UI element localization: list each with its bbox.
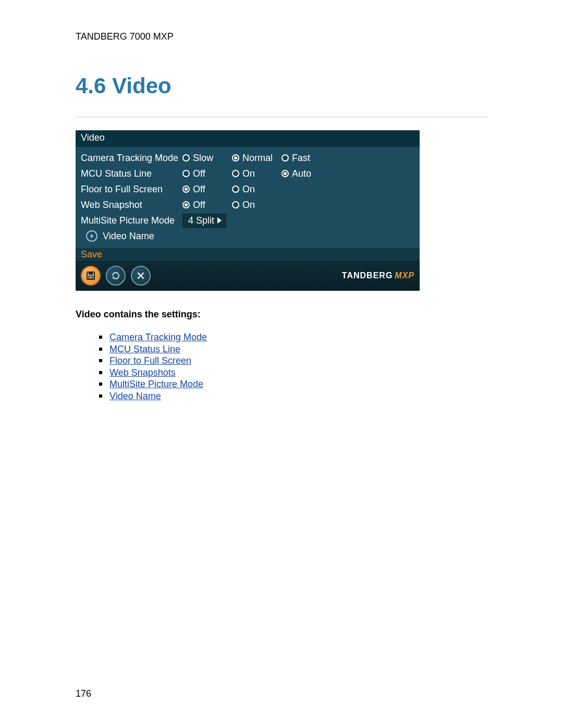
opt-label: Off [193,184,205,195]
link-floor-full[interactable]: Floor to Full Screen [109,355,191,366]
section-heading: 4.6 Video [76,73,487,98]
save-button[interactable] [81,266,101,286]
video-settings-panel: Video Camera Tracking Mode Slow Normal F… [76,130,420,291]
document-header: TANDBERG 7000 MXP [76,31,487,42]
close-button[interactable] [131,266,151,286]
list-item: Floor to Full Screen [99,355,487,367]
radio-icon [232,154,239,162]
opt-snapshot-on[interactable]: On [232,200,282,211]
brand-name: TANDBERG [342,271,393,280]
video-name-submenu[interactable]: Video Name [81,228,414,245]
opt-label: On [242,168,255,179]
label-floor-full: Floor to Full Screen [81,184,182,195]
panel-title: Video [76,130,420,147]
link-multisite[interactable]: MultiSite Picture Mode [109,379,203,389]
chevron-right-icon [217,217,222,224]
radio-icon [182,170,190,177]
opt-mcu-on[interactable]: On [232,168,282,179]
row-web-snapshot: Web Snapshot Off On [81,197,414,213]
list-item: Video Name [99,390,487,402]
radio-icon [232,201,239,208]
link-web-snapshots[interactable]: Web Snapshots [109,367,176,378]
opt-floor-off[interactable]: Off [182,184,232,195]
list-item: MCU Status Line [99,343,487,355]
radio-icon [282,154,289,162]
save-label: Save [76,248,420,261]
link-video-name[interactable]: Video Name [109,391,161,401]
label-web-snapshot: Web Snapshot [81,200,182,211]
opt-label: Off [193,200,205,211]
refresh-button[interactable] [106,266,126,286]
submenu-label: Video Name [103,231,154,242]
radio-icon [182,186,190,193]
row-multisite: MultiSite Picture Mode 4 Split [81,213,414,228]
close-icon [137,272,145,280]
opt-camera-slow[interactable]: Slow [182,153,232,164]
opt-label: On [242,200,255,211]
panel-footer: TANDBERG MXP [76,261,420,291]
opt-mcu-off[interactable]: Off [182,168,232,179]
opt-label: Off [193,168,205,179]
list-item: Web Snapshots [99,367,487,379]
opt-label: Fast [292,153,310,164]
label-mcu-status: MCU Status Line [81,168,182,179]
svg-rect-2 [89,276,93,279]
page-number: 176 [76,688,91,699]
radio-icon [232,170,239,177]
opt-floor-on[interactable]: On [232,184,282,195]
link-camera-tracking[interactable]: Camera Tracking Mode [109,332,207,342]
opt-mcu-auto[interactable]: Auto [282,168,331,179]
row-camera-tracking: Camera Tracking Mode Slow Normal Fast [81,150,414,166]
divider [76,117,487,117]
brand-logo: TANDBERG MXP [342,271,414,280]
svg-rect-1 [89,272,93,275]
radio-icon [182,154,190,162]
opt-label: Slow [193,153,213,164]
dropdown-value: 4 Split [188,215,214,226]
opt-label: On [242,184,255,195]
panel-body: Camera Tracking Mode Slow Normal Fast MC… [76,147,420,248]
list-item: MultiSite Picture Mode [99,378,487,390]
radio-icon [282,170,289,177]
settings-list: Camera Tracking Mode MCU Status Line Flo… [76,331,487,402]
opt-camera-normal[interactable]: Normal [232,153,282,164]
refresh-icon [111,270,121,281]
multisite-dropdown[interactable]: 4 Split [182,214,226,228]
row-floor-full: Floor to Full Screen Off On [81,181,414,197]
row-mcu-status: MCU Status Line Off On Auto [81,166,414,181]
list-item: Camera Tracking Mode [99,331,487,343]
save-icon [86,271,95,280]
arrow-circle-icon [86,230,97,242]
label-multisite: MultiSite Picture Mode [81,215,182,226]
brand-suffix: MXP [395,271,414,280]
radio-icon [232,186,239,193]
opt-camera-fast[interactable]: Fast [282,153,331,164]
settings-list-header: Video contains the settings: [76,309,487,320]
opt-snapshot-off[interactable]: Off [182,200,232,211]
radio-icon [182,201,190,208]
opt-label: Normal [242,153,273,164]
label-camera-tracking: Camera Tracking Mode [81,153,182,164]
link-mcu-status[interactable]: MCU Status Line [109,344,180,354]
opt-label: Auto [292,168,311,179]
